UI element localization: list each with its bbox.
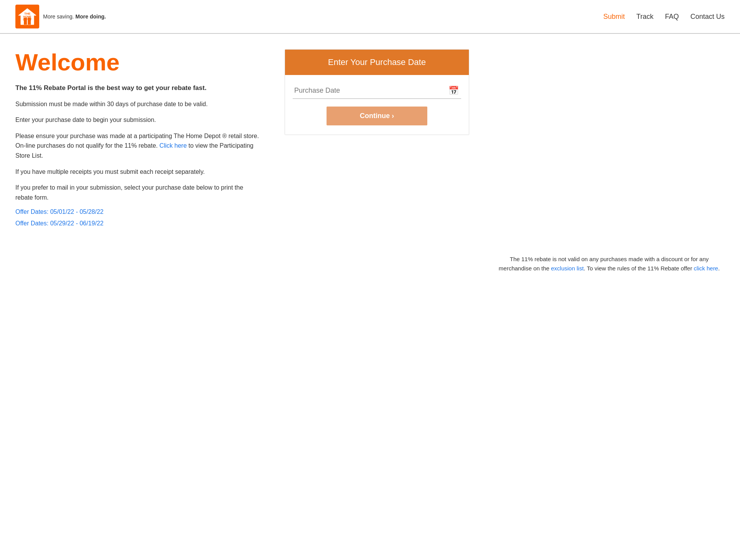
offer-dates-1[interactable]: Offer Dates: 05/01/22 - 05/28/22 <box>15 208 262 215</box>
form-body: 📅 Continue › <box>285 75 469 135</box>
date-input-wrap: 📅 <box>293 83 461 99</box>
logo-svg: THE HOME DEPOT <box>17 6 38 27</box>
disclaimer-section: The 11% rebate is not valid on any purch… <box>0 247 740 285</box>
purchase-date-form: Enter Your Purchase Date 📅 Continue › <box>285 49 469 135</box>
svg-text:THE: THE <box>24 12 31 15</box>
para-submission: Submission must be made within 30 days o… <box>15 99 262 109</box>
right-column: Enter Your Purchase Date 📅 Continue › <box>285 49 469 232</box>
para-multiple-receipts: If you have multiple receipts you must s… <box>15 167 262 177</box>
main-content: Welcome The 11% Rebate Portal is the bes… <box>0 34 500 247</box>
svg-text:DEPOT: DEPOT <box>23 18 32 21</box>
nav-submit[interactable]: Submit <box>603 13 625 21</box>
intro-bold-text: The 11% Rebate Portal is the best way to… <box>15 83 262 93</box>
para-enter-date: Enter your purchase date to begin your s… <box>15 115 262 125</box>
nav-faq[interactable]: FAQ <box>665 13 679 21</box>
svg-text:HOME: HOME <box>23 15 32 18</box>
exclusion-list-link[interactable]: exclusion list <box>551 265 584 272</box>
tagline: More saving. More doing. <box>43 13 106 20</box>
nav-track[interactable]: Track <box>637 13 653 21</box>
home-depot-logo: THE HOME DEPOT <box>15 5 39 28</box>
welcome-title: Welcome <box>15 49 262 75</box>
disclaimer-text: The 11% rebate is not valid on any purch… <box>494 255 725 273</box>
click-here-link[interactable]: Click here <box>159 142 187 149</box>
continue-button[interactable]: Continue › <box>327 107 428 125</box>
site-header: THE HOME DEPOT More saving. More doing. … <box>0 0 740 34</box>
main-nav: Submit Track FAQ Contact Us <box>603 13 725 21</box>
offer-dates-2[interactable]: Offer Dates: 05/29/22 - 06/19/22 <box>15 220 262 227</box>
para-participating: Please ensure your purchase was made at … <box>15 131 262 161</box>
para-mail-in: If you prefer to mail in your submission… <box>15 183 262 202</box>
form-header: Enter Your Purchase Date <box>285 50 469 75</box>
calendar-icon: 📅 <box>448 86 459 96</box>
left-column: Welcome The 11% Rebate Portal is the bes… <box>15 49 262 232</box>
logo-area: THE HOME DEPOT More saving. More doing. <box>15 5 106 28</box>
purchase-date-input[interactable] <box>293 83 461 98</box>
click-here-rules-link[interactable]: click here <box>694 265 718 272</box>
nav-contact[interactable]: Contact Us <box>690 13 725 21</box>
